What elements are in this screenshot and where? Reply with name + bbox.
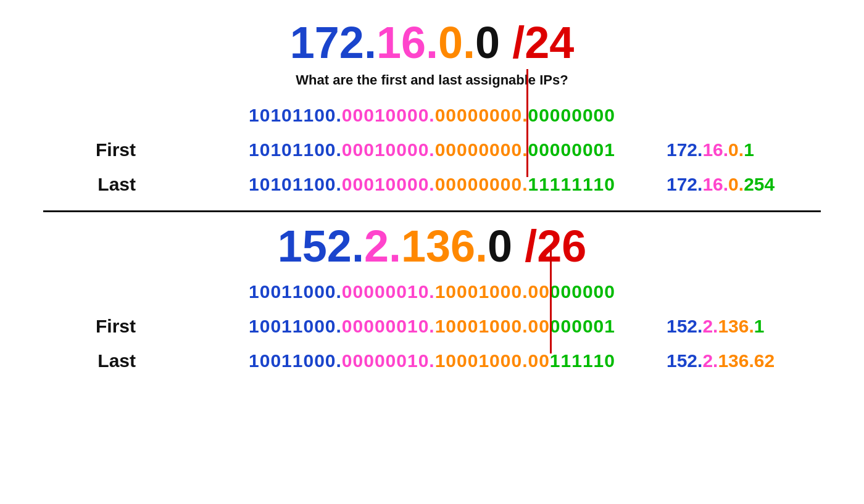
last-result-1: 172.16.0.254 [667,174,802,195]
main-ip-2: 152.2.136.0 /26 [25,222,839,271]
section-2: 152.2.136.0 /26 10011000. 00000010. 1000… [25,222,839,377]
n2-o2: 00000010. [342,281,435,302]
l1-o1: 10101100. [249,174,342,195]
n1-o4: 00000000 [528,105,615,125]
last-row-2: Last 10011000. 00000010. 10001000. 00111… [62,345,802,377]
page: 172.16.0.0 /24 What are the first and la… [0,0,864,395]
section-1: 172.16.0.0 /24 What are the first and la… [25,19,839,200]
last-row-1: Last 10101100. 00010000. 00000000. 11111… [62,168,802,200]
n1-o1: 10101100. [249,105,342,126]
vline-2 [550,246,552,353]
network-binary-1: 10101100. 00010000. 00000000. 00000000 [62,105,802,126]
first-row-1: First 10101100. 00010000. 00000000. 0000… [62,134,802,166]
n1-o2: 00010000. [342,105,435,126]
ip2-octet4: 0 [488,221,512,271]
ip1-octet1: 172. [290,18,376,67]
first-result-1: 172.16.0.1 [667,139,802,160]
binary-rows-2: 10011000. 00000010. 10001000. 00000000 F… [62,276,802,377]
last-result-2: 152.2.136.62 [667,350,802,371]
f1-o4: 00000001 [528,139,615,160]
l2-o4: 00111110 [528,350,615,371]
n2-o3: 10001000. [435,281,528,302]
main-ip-1: 172.16.0.0 /24 [25,19,839,67]
n2-o1: 10011000. [249,281,342,302]
divider [43,210,821,212]
f1-o3: 00000000. [435,139,528,160]
n1-o3: 00000000. [435,105,528,126]
ip1-octet3: 0. [438,18,475,67]
ip1-cidr: /24 [512,18,574,67]
network-row-1: 10101100. 00010000. 00000000. 00000000 [62,99,802,131]
ip1-octet2: 16. [376,18,438,67]
first-result-2: 152.2.136.1 [667,316,802,337]
first-row-2: First 10011000. 00000010. 10001000. 0000… [62,310,802,342]
binary-rows-1: 10101100. 00010000. 00000000. 00000000 F… [62,99,802,200]
ip1-octet4: 0 [475,18,500,67]
f2-o4: 00000001 [528,316,615,337]
f1-o1: 10101100. [249,139,342,160]
network-binary-2: 10011000. 00000010. 10001000. 00000000 [62,281,802,302]
l1-o4: 11111110 [528,174,615,195]
f2-o2: 00000010. [342,316,435,337]
l2-o3: 10001000. [435,350,528,371]
network-row-2: 10011000. 00000010. 10001000. 00000000 [62,276,802,308]
vline-1 [526,69,528,177]
f2-o1: 10011000. [249,316,342,337]
question-1: What are the first and last assignable I… [25,72,839,88]
l1-o2: 00010000. [342,174,435,195]
ip2-octet3: 136. [401,221,488,271]
ip2-octet1: 152. [278,221,364,271]
f1-o2: 00010000. [342,139,435,160]
l2-o2: 00000010. [342,350,435,371]
f2-o3: 10001000. [435,316,528,337]
n2-o4: 00000000 [528,281,615,302]
ip2-cidr: /26 [525,221,586,271]
l2-o1: 10011000. [249,350,342,371]
l1-o3: 00000000. [435,174,528,195]
ip2-octet2: 2. [364,221,401,271]
